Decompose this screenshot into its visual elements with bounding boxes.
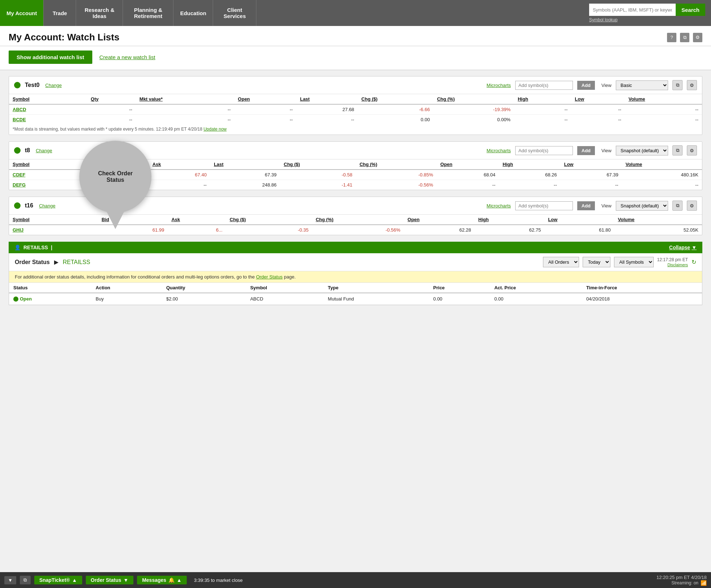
col-type[interactable]: Type <box>323 283 429 293</box>
col-chg-dollar[interactable]: Chg ($) <box>226 215 312 225</box>
order-filter-symbols[interactable]: All Symbols <box>614 257 654 267</box>
table-row: BCDE -- -- -- -- 0.00 0.00% -- -- -- <box>9 115 702 125</box>
watchlist-t16-add-input[interactable] <box>515 201 573 210</box>
cell-open: 68.04 <box>437 170 499 180</box>
order-filter-period[interactable]: Today <box>583 257 610 267</box>
nav-item-planning-retirement[interactable]: Planning & Retirement <box>123 0 173 26</box>
watchlist-t8-table: Symbol Bid Ask Last Chg ($) Chg (%) Open… <box>9 159 702 190</box>
cell-symbol[interactable]: BCDE <box>9 115 87 125</box>
col-low[interactable]: Low <box>571 94 625 104</box>
col-chg-pct[interactable]: Chg (%) <box>312 215 404 225</box>
watchlist-t16-settings-icon[interactable]: ⚙ <box>687 201 697 211</box>
col-bid[interactable]: Bid <box>87 159 149 170</box>
watchlist-test0-expand-icon[interactable]: ⧉ <box>672 80 683 90</box>
col-high[interactable]: High <box>475 215 545 225</box>
col-action[interactable]: Action <box>91 283 162 293</box>
refresh-icon[interactable]: ↻ <box>692 259 696 266</box>
watchlist-t8-add-btn[interactable]: Add <box>577 146 595 155</box>
cell-symbol[interactable]: GHIJ <box>9 225 98 235</box>
col-tif[interactable]: Time-in-Force <box>582 283 702 293</box>
col-low[interactable]: Low <box>560 159 622 170</box>
watchlist-t8-view-select[interactable]: Snapshot (default) Basic <box>616 146 668 155</box>
col-bid[interactable]: Bid <box>98 215 168 225</box>
col-ask[interactable]: Ask <box>168 215 226 225</box>
col-status[interactable]: Status <box>9 283 91 293</box>
col-ask[interactable]: Ask <box>149 159 210 170</box>
col-quantity[interactable]: Quantity <box>162 283 246 293</box>
cell-symbol[interactable]: DEFG <box>9 180 87 190</box>
watchlist-t16-dot <box>14 202 21 209</box>
cell-symbol[interactable]: CDEF <box>9 170 87 180</box>
col-volume[interactable]: Volume <box>614 215 702 225</box>
collapse-link[interactable]: Collapse ▼ <box>669 245 697 250</box>
cell-action: Buy <box>91 293 162 305</box>
col-symbol[interactable]: Symbol <box>9 215 98 225</box>
col-open[interactable]: Open <box>437 159 499 170</box>
cell-high: 68.26 <box>499 170 560 180</box>
create-watchlist-link[interactable]: Create a new watch list <box>100 54 155 60</box>
col-chg-dollar[interactable]: Chg ($) <box>358 94 433 104</box>
col-volume[interactable]: Volume <box>625 94 702 104</box>
nav-item-trade[interactable]: Trade <box>44 0 76 26</box>
col-low[interactable]: Low <box>544 215 614 225</box>
watchlist-t8-microcharts[interactable]: Microcharts <box>487 148 511 153</box>
watchlist-t16-expand-icon[interactable]: ⧉ <box>672 201 683 211</box>
cell-symbol[interactable]: ABCD <box>9 104 87 115</box>
watchlist-t16-microcharts[interactable]: Microcharts <box>487 203 511 209</box>
watchlist-test0-settings-icon[interactable]: ⚙ <box>687 80 697 90</box>
show-watchlist-button[interactable]: Show additional watch list <box>9 51 92 64</box>
watchlist-t8-settings-icon[interactable]: ⚙ <box>687 145 697 155</box>
watchlist-t16-view-select[interactable]: Snapshot (default) Basic <box>616 201 668 211</box>
cell-tif: 04/20/2018 <box>582 293 702 305</box>
cell-volume: 52.05K <box>614 225 702 235</box>
watchlist-test0-header: Test0 Change Microcharts Add View Basic … <box>9 76 702 94</box>
search-input[interactable] <box>589 4 676 16</box>
col-qty[interactable]: Qty <box>87 94 136 104</box>
watchlist-test0-microcharts[interactable]: Microcharts <box>487 83 511 88</box>
cell-bid: 61.99 <box>98 225 168 235</box>
cell-act-price: 0.00 <box>490 293 582 305</box>
watchlist-t8-add-input[interactable] <box>515 146 573 155</box>
col-symbol[interactable]: Symbol <box>9 94 87 104</box>
search-button[interactable]: Search <box>676 4 705 16</box>
watchlist-t8-expand-icon[interactable]: ⧉ <box>672 145 683 155</box>
col-open[interactable]: Open <box>234 94 296 104</box>
watchlist-test0-change[interactable]: Change <box>45 83 62 88</box>
help-icon[interactable]: ? <box>667 33 676 42</box>
watchlist-t8-change[interactable]: Change <box>36 148 52 153</box>
page-header-icons: ? ⧉ ⚙ <box>667 33 702 42</box>
nav-item-client-services[interactable]: Client Services <box>213 0 256 26</box>
cell-last: 67.39 <box>210 170 280 180</box>
pipe-separator: | <box>51 245 52 250</box>
col-high[interactable]: High <box>499 159 560 170</box>
nav-item-research-ideas[interactable]: Research & Ideas <box>76 0 123 26</box>
col-chg-pct[interactable]: Chg (%) <box>433 94 514 104</box>
col-price[interactable]: Price <box>429 283 490 293</box>
col-chg-pct[interactable]: Chg (%) <box>356 159 437 170</box>
symbol-lookup-link[interactable]: Symbol lookup <box>589 17 618 22</box>
col-last[interactable]: Last <box>210 159 280 170</box>
watchlist-t16-change[interactable]: Change <box>39 203 56 209</box>
disclaimers-link[interactable]: Disclaimers <box>667 263 688 267</box>
settings-icon[interactable]: ⚙ <box>693 33 702 42</box>
watchlist-test0-view-label: View <box>601 83 611 88</box>
watchlist-t16-add-btn[interactable]: Add <box>577 201 595 210</box>
watchlist-test0-add-input[interactable] <box>515 81 573 90</box>
watchlist-test0-add-btn[interactable]: Add <box>577 81 595 90</box>
order-filter-orders[interactable]: All Orders <box>543 257 579 267</box>
col-act-price[interactable]: Act. Price <box>490 283 582 293</box>
nav-item-my-account[interactable]: My Account <box>0 0 44 26</box>
col-volume[interactable]: Volume <box>622 159 702 170</box>
order-status-link[interactable]: Order Status <box>256 274 283 280</box>
col-open[interactable]: Open <box>404 215 474 225</box>
expand-icon[interactable]: ⧉ <box>680 33 689 42</box>
col-chg-dollar[interactable]: Chg ($) <box>280 159 356 170</box>
col-symbol[interactable]: Symbol <box>246 283 323 293</box>
col-mkt-value[interactable]: Mkt value* <box>136 94 234 104</box>
col-high[interactable]: High <box>514 94 571 104</box>
watchlist-test0-view-select[interactable]: Basic Snapshot (default) <box>616 80 668 90</box>
col-symbol[interactable]: Symbol <box>9 159 87 170</box>
nav-item-education[interactable]: Education <box>173 0 213 26</box>
col-last[interactable]: Last <box>296 94 358 104</box>
update-now-link[interactable]: Update now <box>203 127 226 132</box>
